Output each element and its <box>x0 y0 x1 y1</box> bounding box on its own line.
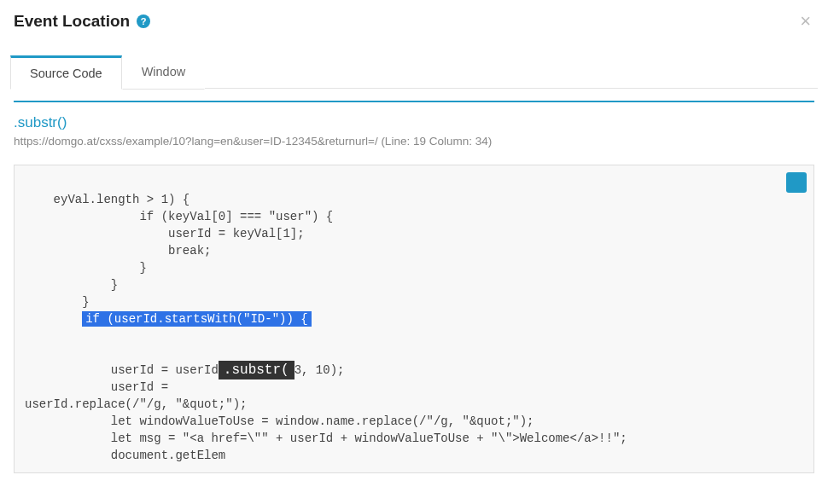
code-line-4: break; <box>25 244 211 258</box>
code-line-5: } <box>25 261 147 275</box>
tabs: Source Code Window <box>0 55 828 89</box>
source-code-block: eyVal.length > 1) { if (keyVal[0] === "u… <box>14 165 814 473</box>
code-line-13: let msg = "<a href=\"" + userId + window… <box>25 432 627 445</box>
close-icon[interactable]: × <box>796 12 814 31</box>
help-icon[interactable]: ? <box>137 14 150 28</box>
highlight-method-call: .substr( <box>219 361 294 379</box>
tab-content: .substr() https://domgo.at/cxss/example/… <box>0 101 828 487</box>
code-line-11: userId.replace(/"/g, "&quot;"); <box>25 397 247 411</box>
code-line-14: document.getElem <box>25 449 225 462</box>
external-link-icon <box>761 165 814 208</box>
code-line-6: } <box>25 278 118 292</box>
open-external-button[interactable] <box>786 172 807 193</box>
method-name: .substr() <box>14 114 814 131</box>
highlight-condition: if (userId.startsWith("ID-")) { <box>82 311 311 327</box>
code-line-2: if (keyVal[0] === "user") { <box>25 210 333 223</box>
tab-filler <box>205 55 818 89</box>
accent-divider <box>14 101 814 102</box>
tab-source-code[interactable]: Source Code <box>10 55 122 90</box>
code-line-8-pre <box>25 312 82 326</box>
code-line-10: userId = <box>25 380 175 394</box>
code-line-3: userId = keyVal[1]; <box>25 227 305 240</box>
code-line-9-pre: userId = userId <box>25 363 219 377</box>
code-line-7: } <box>25 295 90 309</box>
code-line-12: let windowValueToUse = window.name.repla… <box>25 414 534 428</box>
dialog-title: Event Location <box>14 12 130 31</box>
tab-window[interactable]: Window <box>122 55 206 90</box>
code-line-1: eyVal.length > 1) { <box>54 193 190 206</box>
dialog-header: Event Location ? × <box>0 0 828 39</box>
code-line-9-post: 3, 10); <box>294 363 345 377</box>
title-wrap: Event Location ? <box>14 12 150 31</box>
source-url-line: https://domgo.at/cxss/example/10?lang=en… <box>14 135 814 148</box>
